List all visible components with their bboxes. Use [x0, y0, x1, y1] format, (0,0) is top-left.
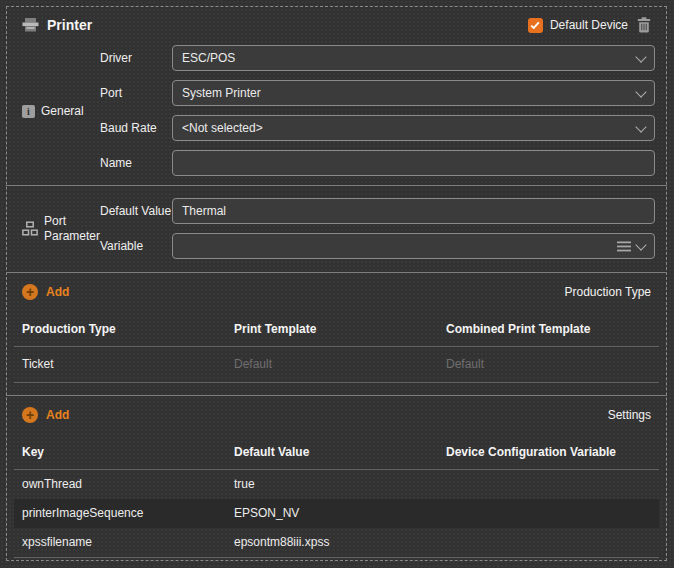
settings-table: Key Default Value Device Configuration V…	[14, 437, 659, 558]
menu-icon	[617, 241, 632, 252]
production-type-toolbar: + Add Production Type	[14, 273, 659, 306]
variable-select[interactable]	[172, 233, 655, 259]
default-value-label: Default Value	[100, 204, 172, 218]
chevron-down-icon	[635, 121, 646, 132]
name-field-wrap	[172, 150, 655, 176]
driver-select[interactable]: ESC/POS	[172, 45, 655, 71]
port-parameter-section: Port Parameter Default Value Variable	[14, 186, 659, 272]
add-production-type-button[interactable]: + Add	[22, 284, 69, 300]
port-select[interactable]: System Printer	[172, 80, 655, 106]
table-row[interactable]: printerImageSequence EPSON_NV	[14, 499, 659, 528]
default-device-checkbox[interactable]	[528, 18, 543, 33]
name-label: Name	[100, 156, 172, 170]
chevron-down-icon	[635, 51, 646, 62]
settings-section-label: Settings	[608, 408, 651, 422]
plus-icon: +	[22, 284, 38, 300]
general-section: i General Driver ESC/POS Port System Pri…	[14, 37, 659, 185]
name-input[interactable]	[182, 156, 645, 170]
default-device-label: Default Device	[550, 18, 628, 32]
printer-icon	[22, 18, 39, 33]
production-type-table-header: Production Type Print Template Combined …	[14, 314, 659, 347]
baud-rate-label: Baud Rate	[100, 121, 172, 135]
table-row[interactable]: xpssfilename epsontm88iii.xpss	[14, 528, 659, 557]
table-row[interactable]: Ticket Default Default	[14, 347, 659, 382]
port-parameter-group-label: Port Parameter	[14, 190, 100, 268]
production-type-section-label: Production Type	[564, 285, 651, 299]
settings-table-header: Key Default Value Device Configuration V…	[14, 437, 659, 470]
port-label: Port	[100, 86, 172, 100]
add-setting-button[interactable]: + Add	[22, 407, 69, 423]
general-group-label: i General	[14, 37, 100, 185]
settings-toolbar: + Add Settings	[14, 396, 659, 429]
delete-device-button[interactable]	[637, 17, 651, 33]
default-value-field-wrap	[172, 198, 655, 224]
panel-header: Printer Default Device	[14, 11, 659, 37]
table-row[interactable]: ownThread true	[14, 470, 659, 499]
info-icon: i	[22, 105, 35, 118]
baud-rate-select[interactable]: <Not selected>	[172, 115, 655, 141]
production-type-table: Production Type Print Template Combined …	[14, 314, 659, 383]
device-panel: Printer Default Device	[6, 6, 667, 561]
variable-label: Variable	[100, 239, 172, 253]
chevron-down-icon	[635, 86, 646, 97]
driver-label: Driver	[100, 51, 172, 65]
page-title: Printer	[47, 17, 92, 33]
plus-icon: +	[22, 407, 38, 423]
chevron-down-icon	[635, 239, 646, 250]
default-value-input[interactable]	[182, 204, 645, 218]
sitemap-icon	[22, 221, 38, 237]
